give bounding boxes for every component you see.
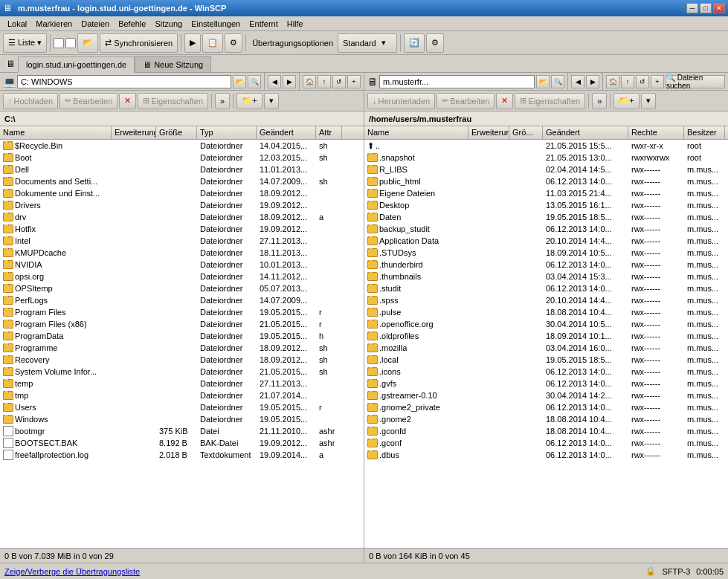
right-more2-btn[interactable]: ▾ xyxy=(641,93,656,109)
right-list-item[interactable]: backup_studit06.12.2013 14:0...rwx------… xyxy=(364,223,728,235)
minimize-button[interactable]: ─ xyxy=(686,3,698,13)
right-list-item[interactable]: .pulse18.08.2014 10:4...rwx------m.mus..… xyxy=(364,306,728,318)
right-up-btn[interactable]: ↑ xyxy=(621,75,634,88)
right-forward-btn[interactable]: ▶ xyxy=(586,75,599,88)
right-filter-btn[interactable]: 🔍 xyxy=(551,75,564,88)
toolbar-sync-button[interactable]: ⇄ Synchronisieren xyxy=(100,33,178,53)
left-list-item[interactable]: DellDateiordner11.01.2013... xyxy=(0,164,364,175)
right-col-modified[interactable]: Geändert xyxy=(543,126,628,139)
left-back-btn[interactable]: ◀ xyxy=(268,75,281,88)
toolbar-btn-opts[interactable]: ⚙ xyxy=(225,33,242,53)
right-list-item[interactable]: .thumbnails03.04.2014 15:3...rwx------m.… xyxy=(364,271,728,282)
left-home-btn[interactable]: 🏠 xyxy=(303,75,316,88)
right-list-item[interactable]: .dbus06.12.2013 14:0...rwx------m.mus... xyxy=(364,449,728,461)
download-button[interactable]: ↓ Herunterladen xyxy=(367,93,435,109)
right-col-size[interactable]: Grö... xyxy=(509,126,543,139)
left-edit-button[interactable]: ✏ Bearbeiten xyxy=(59,93,117,109)
left-refresh-btn[interactable]: ↺ xyxy=(332,75,346,88)
right-list-item[interactable]: .gnome2_private06.12.2013 14:0...rwx----… xyxy=(364,401,728,413)
left-new-folder-btn[interactable]: 📁+ xyxy=(236,93,262,109)
left-list-item[interactable]: HotfixDateiordner19.09.2012... xyxy=(0,223,364,235)
right-list-item[interactable]: .gvfs06.12.2013 14:0...rwx------m.mus... xyxy=(364,378,728,389)
menu-befehle[interactable]: Befehle xyxy=(114,18,150,30)
right-list-item[interactable]: .openoffice.org30.04.2014 10:5...rwx----… xyxy=(364,318,728,330)
left-list-item[interactable]: System Volume Infor...Dateiordner21.05.2… xyxy=(0,366,364,378)
left-col-attr[interactable]: Attr xyxy=(316,126,342,139)
left-more-button[interactable]: » xyxy=(215,93,230,109)
left-up-btn[interactable]: ↑ xyxy=(318,75,331,88)
left-list-item[interactable]: RecoveryDateiordner18.09.2012...sh xyxy=(0,354,364,366)
toolbar-list-button[interactable]: ☰ Liste ▾ xyxy=(3,33,47,53)
left-list-item[interactable]: Program Files (x86)Dateiordner21.05.2015… xyxy=(0,318,364,330)
left-list-item[interactable]: UsersDateiordner19.05.2015...r xyxy=(0,401,364,413)
menu-lokal[interactable]: Lokal xyxy=(3,18,31,30)
menu-markieren[interactable]: Markieren xyxy=(31,18,77,30)
right-search-btn[interactable]: 🔍 Dateien suchen xyxy=(666,75,725,88)
left-list-item[interactable]: WindowsDateiordner19.05.2015... xyxy=(0,413,364,425)
right-list-item[interactable]: public_html06.12.2013 14:0...rwx------m.… xyxy=(364,175,728,187)
left-list-item[interactable]: DriversDateiordner19.09.2012... xyxy=(0,199,364,211)
right-list-item[interactable]: .thunderbird06.12.2013 14:0...rwx------m… xyxy=(364,259,728,271)
right-list-item[interactable]: .oldprofiles18.09.2014 10:1...rwx------m… xyxy=(364,330,728,342)
toolbar-btn-term[interactable]: ▶ xyxy=(184,33,201,53)
left-forward-btn[interactable]: ▶ xyxy=(283,75,296,88)
left-delete-button[interactable]: ✕ xyxy=(119,93,136,109)
right-col-rights[interactable]: Rechte xyxy=(628,126,684,139)
right-file-list[interactable]: ⬆..21.05.2015 15:5...rwxr-xr-xroot.snaps… xyxy=(364,140,728,548)
left-browse-btn[interactable]: 📂 xyxy=(233,75,246,88)
right-list-item[interactable]: ⬆..21.05.2015 15:5...rwxr-xr-xroot xyxy=(364,140,728,152)
left-list-item[interactable]: tempDateiordner27.11.2013... xyxy=(0,378,364,389)
left-list-item[interactable]: freefallprotection.log2.018 BTextdokumen… xyxy=(0,449,364,461)
left-col-type[interactable]: Typ xyxy=(197,126,257,139)
toolbar-btn-3[interactable] xyxy=(65,38,76,48)
right-browse-btn[interactable]: 📂 xyxy=(536,75,550,88)
left-list-item[interactable]: ProgrammeDateiordner18.09.2012...sh xyxy=(0,342,364,354)
left-more2-btn[interactable]: ▾ xyxy=(264,93,279,109)
right-list-item[interactable]: Desktop13.05.2015 16:1...rwx------m.mus.… xyxy=(364,199,728,211)
left-col-modified[interactable]: Geändert xyxy=(257,126,316,139)
left-list-item[interactable]: KMUPDcacheDateiordner18.11.2013... xyxy=(0,247,364,259)
tab-new-session[interactable]: 🖥 Neue Sitzung xyxy=(135,56,211,72)
left-list-item[interactable]: ProgramDataDateiordner19.05.2015...h xyxy=(0,330,364,342)
left-list-item[interactable]: $Recycle.BinDateiordner14.04.2015...sh xyxy=(0,140,364,152)
left-list-item[interactable]: opsi.orgDateiordner14.11.2012... xyxy=(0,271,364,282)
left-list-item[interactable]: OPSItempDateiordner05.07.2013... xyxy=(0,282,364,294)
right-list-item[interactable]: .STUDsys18.09.2014 10:5...rwx------m.mus… xyxy=(364,247,728,259)
right-col-owner[interactable]: Besitzer xyxy=(684,126,725,139)
right-list-item[interactable]: .mozilla03.04.2014 16:0...rwx------m.mus… xyxy=(364,342,728,354)
left-col-ext[interactable]: Erweiterung xyxy=(112,126,156,139)
left-list-item[interactable]: bootmgr375 KiBDatei21.11.2010...ashr xyxy=(0,425,364,437)
left-col-name[interactable]: Name xyxy=(0,126,112,139)
menu-hilfe[interactable]: Hilfe xyxy=(283,18,308,30)
right-list-item[interactable]: .studit06.12.2013 14:0...rwx------m.mus.… xyxy=(364,282,728,294)
left-properties-button[interactable]: ⊞ Eigenschaften xyxy=(138,93,208,109)
menu-einstellungen[interactable]: Einstellungen xyxy=(187,18,245,30)
right-col-name[interactable]: Name xyxy=(364,126,468,139)
right-properties-button[interactable]: ⊞ Eigenschaften xyxy=(515,93,585,109)
left-file-list[interactable]: $Recycle.BinDateiordner14.04.2015...shBo… xyxy=(0,140,364,548)
right-list-item[interactable]: .gconfd18.08.2014 10:4...rwx------m.mus.… xyxy=(364,425,728,437)
right-list-item[interactable]: .local19.05.2015 18:5...rwx------m.mus..… xyxy=(364,354,728,366)
toolbar-settings-btn[interactable]: ⚙ xyxy=(426,33,444,53)
right-list-item[interactable]: .icons06.12.2013 14:0...rwx------m.mus..… xyxy=(364,366,728,378)
transfer-dropdown[interactable]: Standard ▾ xyxy=(338,33,397,53)
right-back-btn[interactable]: ◀ xyxy=(571,75,584,88)
left-list-item[interactable]: Dokumente und Einst...Dateiordner18.09.2… xyxy=(0,187,364,199)
left-address-input[interactable] xyxy=(17,75,231,88)
right-add-btn[interactable]: + xyxy=(651,75,664,88)
right-col-ext[interactable]: Erweiterung xyxy=(468,126,509,139)
upload-button[interactable]: ↑ Hochladen xyxy=(3,93,58,109)
right-more-button[interactable]: » xyxy=(592,93,607,109)
right-list-item[interactable]: .gconf06.12.2013 14:0...rwx------m.mus..… xyxy=(364,437,728,449)
right-delete-button[interactable]: ✕ xyxy=(496,93,513,109)
toolbar-btn-script[interactable]: 📋 xyxy=(202,33,223,53)
left-list-item[interactable]: IntelDateiordner27.11.2013... xyxy=(0,235,364,247)
right-list-item[interactable]: .spss20.10.2014 14:4...rwx------m.mus... xyxy=(364,294,728,306)
right-refresh-btn[interactable]: ↺ xyxy=(636,75,649,88)
right-list-item[interactable]: .snapshot21.05.2015 13:0...rwxrwxrwxroot xyxy=(364,152,728,164)
left-list-item[interactable]: tmpDateiordner21.07.2014... xyxy=(0,389,364,401)
right-home-btn[interactable]: 🏠 xyxy=(606,75,619,88)
left-filter-btn[interactable]: 🔍 xyxy=(248,75,261,88)
right-edit-button[interactable]: ✏ Bearbeiten xyxy=(437,93,495,109)
menu-entfernt[interactable]: Entfernt xyxy=(245,18,283,30)
